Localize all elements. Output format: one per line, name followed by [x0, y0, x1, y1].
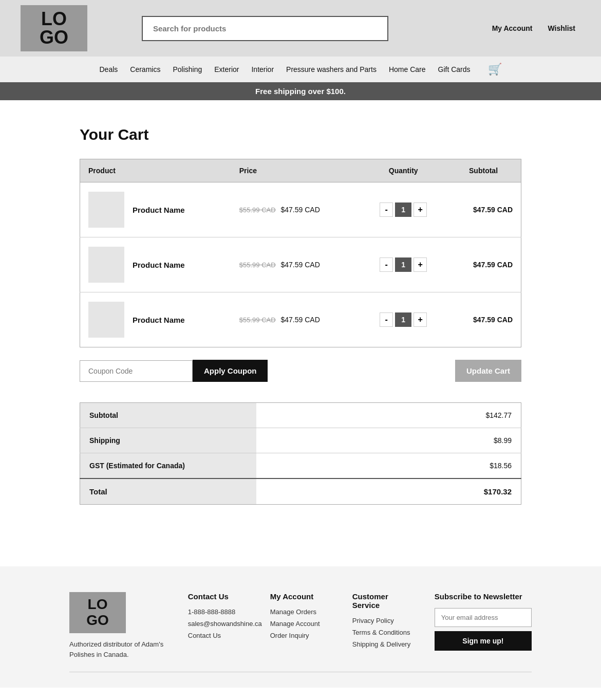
subtotal-cell-2: $47.59 CAD	[446, 292, 521, 347]
table-row: Product Name $55.99 CAD $47.59 CAD - 1 +…	[80, 292, 521, 347]
qty-decrease-0[interactable]: -	[380, 202, 393, 217]
subtotal-label: Subtotal	[80, 403, 257, 428]
qty-increase-2[interactable]: +	[414, 312, 427, 327]
search-wrap	[142, 16, 388, 41]
qty-decrease-2[interactable]: -	[380, 312, 393, 327]
header-links: My Account Wishlist	[487, 21, 580, 35]
footer: LOGO Authorized distributor of Adam's Po…	[0, 566, 601, 688]
price-current-0: $47.59 CAD	[281, 206, 320, 214]
col-subtotal: Subtotal	[446, 159, 521, 182]
gst-value: $18.56	[256, 453, 521, 479]
update-cart-button[interactable]: Update Cart	[455, 360, 521, 382]
col-product: Product	[80, 159, 231, 182]
coupon-row: Apply Coupon Update Cart	[80, 360, 521, 382]
col-price: Price	[231, 159, 361, 182]
product-image-0	[88, 192, 124, 228]
price-cell-2: $55.99 CAD $47.59 CAD	[231, 292, 361, 347]
nav-interior[interactable]: Interior	[251, 65, 274, 73]
nav-ceramics[interactable]: Ceramics	[130, 65, 160, 73]
my-account-link[interactable]: My Account	[487, 21, 538, 35]
header: LOGO My Account Wishlist	[0, 0, 601, 57]
apply-coupon-button[interactable]: Apply Coupon	[193, 360, 268, 382]
nav-deals[interactable]: Deals	[99, 65, 118, 73]
nav-pressure-washers[interactable]: Pressure washers and Parts	[286, 65, 377, 73]
footer-logo-text: LOGO	[86, 597, 109, 629]
nav-exterior[interactable]: Exterior	[214, 65, 239, 73]
product-cell-2: Product Name	[80, 292, 231, 347]
price-cell-1: $55.99 CAD $47.59 CAD	[231, 237, 361, 292]
subtotal-value: $142.77	[256, 403, 521, 428]
price-current-1: $47.59 CAD	[281, 261, 320, 269]
footer-signup-button[interactable]: Sign me up!	[435, 631, 532, 651]
footer-contact-col: Contact Us 1-888-888-8888 sales@showands…	[188, 592, 250, 643]
price-current-2: $47.59 CAD	[281, 316, 320, 324]
total-label: Total	[80, 478, 257, 505]
footer-email-input[interactable]	[435, 608, 532, 627]
qty-display-1: 1	[395, 257, 411, 272]
nav-gift-cards[interactable]: Gift Cards	[438, 65, 471, 73]
qty-decrease-1[interactable]: -	[380, 257, 393, 272]
footer-privacy-policy[interactable]: Privacy Policy	[352, 617, 414, 624]
footer-subscribe-title: Subscribe to Newsletter	[435, 592, 532, 601]
product-name-2: Product Name	[133, 316, 185, 324]
price-original-1: $55.99 CAD	[239, 261, 276, 269]
main-content: Your Cart Product Price Quantity Subtota…	[69, 100, 532, 546]
qty-increase-0[interactable]: +	[414, 202, 427, 217]
logo-text: LOGO	[40, 10, 68, 47]
footer-my-account-title: My Account	[270, 592, 332, 601]
coupon-input[interactable]	[80, 360, 193, 382]
footer-manage-orders[interactable]: Manage Orders	[270, 608, 332, 616]
search-input[interactable]	[142, 16, 388, 41]
total-value: $170.32	[256, 478, 521, 505]
footer-customer-service-col: Customer Service Privacy Policy Terms & …	[352, 592, 414, 652]
footer-logo[interactable]: LOGO	[69, 592, 126, 633]
product-cell-1: Product Name	[80, 237, 231, 292]
qty-cell-2: - 1 +	[361, 292, 446, 347]
promo-banner: Free shipping over $100.	[0, 82, 601, 100]
price-original-2: $55.99 CAD	[239, 316, 276, 324]
subtotal-cell-0: $47.59 CAD	[446, 182, 521, 237]
footer-contact-phone[interactable]: 1-888-888-8888	[188, 608, 250, 616]
footer-divider	[69, 672, 532, 672]
footer-contact-email[interactable]: sales@showandshine.ca	[188, 620, 250, 628]
footer-shipping-delivery[interactable]: Shipping & Delivery	[352, 640, 414, 648]
cart-icon[interactable]: 🛒	[488, 63, 502, 76]
gst-row: GST (Estimated for Canada) $18.56	[80, 453, 521, 479]
navigation: Deals Ceramics Polishing Exterior Interi…	[0, 57, 601, 82]
footer-brand-desc: Authorized distributor of Adam's Polishe…	[69, 639, 167, 659]
total-row: Total $170.32	[80, 478, 521, 505]
table-row: Product Name $55.99 CAD $47.59 CAD - 1 +…	[80, 182, 521, 237]
cart-table: Product Price Quantity Subtotal Product …	[80, 159, 521, 347]
qty-increase-1[interactable]: +	[414, 257, 427, 272]
nav-polishing[interactable]: Polishing	[173, 65, 202, 73]
wishlist-link[interactable]: Wishlist	[542, 21, 580, 35]
footer-terms-conditions[interactable]: Terms & Conditions	[352, 629, 414, 636]
shipping-row: Shipping $8.99	[80, 428, 521, 453]
product-name-0: Product Name	[133, 206, 185, 214]
footer-contact-link[interactable]: Contact Us	[188, 632, 250, 639]
product-cell-0: Product Name	[80, 182, 231, 237]
footer-subscribe-col: Subscribe to Newsletter Sign me up!	[435, 592, 532, 651]
table-row: Product Name $55.99 CAD $47.59 CAD - 1 +…	[80, 237, 521, 292]
gst-label: GST (Estimated for Canada)	[80, 453, 257, 479]
product-image-1	[88, 247, 124, 283]
footer-contact-title: Contact Us	[188, 592, 250, 601]
page-title: Your Cart	[80, 126, 521, 143]
price-original-0: $55.99 CAD	[239, 206, 276, 214]
qty-cell-0: - 1 +	[361, 182, 446, 237]
shipping-label: Shipping	[80, 428, 257, 453]
footer-manage-account[interactable]: Manage Account	[270, 620, 332, 628]
product-image-2	[88, 302, 124, 338]
footer-inner: LOGO Authorized distributor of Adam's Po…	[69, 592, 532, 659]
footer-my-account-col: My Account Manage Orders Manage Account …	[270, 592, 332, 643]
order-summary-table: Subtotal $142.77 Shipping $8.99 GST (Est…	[80, 402, 521, 505]
shipping-value: $8.99	[256, 428, 521, 453]
footer-customer-service-title: Customer Service	[352, 592, 414, 610]
logo[interactable]: LOGO	[21, 5, 87, 51]
nav-home-care[interactable]: Home Care	[389, 65, 426, 73]
product-name-1: Product Name	[133, 261, 185, 269]
footer-brand: LOGO Authorized distributor of Adam's Po…	[69, 592, 167, 659]
qty-display-0: 1	[395, 202, 411, 217]
subtotal-row: Subtotal $142.77	[80, 403, 521, 428]
footer-order-inquiry[interactable]: Order Inquiry	[270, 632, 332, 639]
